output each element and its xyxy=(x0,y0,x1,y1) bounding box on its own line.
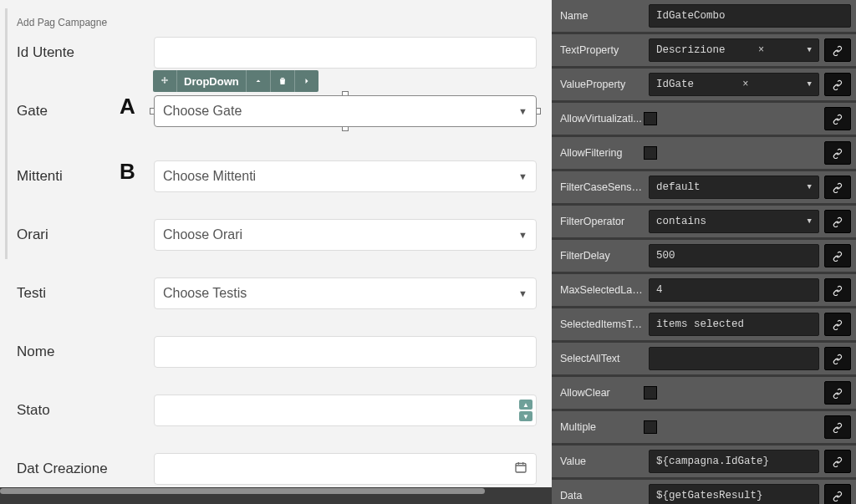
prop-value-value[interactable]: ${campagna.IdGate} xyxy=(649,450,819,473)
design-canvas: Add Pag Campagne Id Utente Gate A DropDo… xyxy=(0,0,552,490)
bind-button[interactable] xyxy=(824,450,851,473)
prop-label: MaxSelectedLab... xyxy=(560,284,644,296)
clear-icon[interactable]: × xyxy=(742,79,753,90)
chevron-down-icon[interactable]: ▼ xyxy=(802,46,812,54)
checkbox-multiple[interactable] xyxy=(644,420,657,434)
numeric-spinner[interactable]: ▲ ▼ xyxy=(519,399,532,422)
checkbox-allowclear[interactable] xyxy=(644,386,657,400)
caret-down-icon: ▼ xyxy=(518,230,527,240)
svg-rect-0 xyxy=(516,463,526,472)
properties-panel: Name IdGateCombo TextProperty Descrizion… xyxy=(552,0,856,504)
bind-button[interactable] xyxy=(824,141,851,165)
prop-filteroperator: FilterOperator contains ▼ xyxy=(552,206,856,237)
row-gate: Gate A DropDown xyxy=(15,95,537,127)
label-testi: Testi xyxy=(15,285,154,302)
bind-button[interactable] xyxy=(824,415,851,439)
prop-value-filterdelay[interactable]: 500 xyxy=(649,244,819,267)
bind-button[interactable] xyxy=(824,347,851,370)
row-idutente: Id Utente xyxy=(15,37,537,69)
dropdown-orari-placeholder: Choose Orari xyxy=(163,227,242,242)
dropdown-mittenti[interactable]: Choose Mittenti ▼ xyxy=(154,160,537,192)
prop-value-filtercase[interactable]: default ▼ xyxy=(649,176,819,199)
scrollbar-thumb[interactable] xyxy=(0,488,485,494)
checkbox-allowvirtualization[interactable] xyxy=(644,112,657,125)
label-orari: Orari xyxy=(15,227,154,243)
prop-value: Value ${campagna.IdGate} xyxy=(552,445,856,477)
spinner-down-icon[interactable]: ▼ xyxy=(519,411,532,421)
prop-value-selectalltext[interactable] xyxy=(649,347,819,370)
prop-selectalltext: SelectAllText xyxy=(552,343,856,374)
prop-label: Value xyxy=(560,456,644,467)
checkbox-allowfiltering[interactable] xyxy=(644,146,657,160)
bind-button[interactable] xyxy=(824,73,851,96)
caret-down-icon: ▼ xyxy=(518,171,527,181)
prop-label: SelectAllText xyxy=(560,353,644,364)
date-datcreazione[interactable] xyxy=(154,453,537,485)
row-nome: Nome xyxy=(15,336,537,368)
selection-type-label: DropDown xyxy=(177,70,247,92)
chevron-down-icon[interactable]: ▼ xyxy=(802,80,812,89)
prop-label: AllowFiltering xyxy=(560,147,644,159)
caret-down-icon: ▼ xyxy=(518,106,527,116)
marker-a: A xyxy=(120,94,135,120)
prop-allowvirtualization: AllowVirtualizati... xyxy=(552,103,856,135)
prop-value-textproperty[interactable]: Descrizione × ▼ xyxy=(649,38,819,62)
dropdown-testi-placeholder: Choose Testis xyxy=(163,286,247,301)
prop-label: TextProperty xyxy=(560,44,644,56)
bind-button[interactable] xyxy=(824,381,851,405)
prop-value-name[interactable]: IdGateCombo xyxy=(649,4,851,28)
dropdown-gate[interactable]: Choose Gate ▼ xyxy=(154,95,537,127)
canvas-side-indicator xyxy=(5,8,8,259)
prop-label: ValueProperty xyxy=(560,79,644,90)
prop-name: Name IdGateCombo xyxy=(552,0,856,32)
caret-down-icon: ▼ xyxy=(518,288,527,298)
prop-label: FilterDelay xyxy=(560,250,644,262)
bind-button[interactable] xyxy=(824,38,851,62)
move-icon[interactable] xyxy=(153,70,177,92)
prop-value-valueproperty[interactable]: IdGate × ▼ xyxy=(649,73,819,96)
prop-label: SelectedItemsText xyxy=(560,318,644,330)
label-idutente: Id Utente xyxy=(15,44,154,61)
prop-valueproperty: ValueProperty IdGate × ▼ xyxy=(552,69,856,100)
horizontal-scrollbar[interactable] xyxy=(0,487,552,496)
prop-filterdelay: FilterDelay 500 xyxy=(552,240,856,272)
prop-value-selecteditemstext[interactable]: items selected xyxy=(649,313,819,336)
trash-icon[interactable] xyxy=(271,70,295,92)
bind-button[interactable] xyxy=(824,210,851,233)
prop-label: Data xyxy=(560,490,644,501)
prop-allowfiltering: AllowFiltering xyxy=(552,137,856,169)
chevron-down-icon[interactable]: ▼ xyxy=(802,217,812,226)
row-datcreazione: Dat Creazione xyxy=(15,453,537,485)
prop-label: Name xyxy=(560,10,644,22)
row-stato: Stato ▲ ▼ xyxy=(15,395,537,426)
prop-value-filteroperator[interactable]: contains ▼ xyxy=(649,210,819,233)
clear-icon[interactable]: × xyxy=(758,44,769,56)
numeric-stato[interactable]: ▲ ▼ xyxy=(154,395,537,426)
prop-textproperty: TextProperty Descrizione × ▼ xyxy=(552,34,856,66)
input-nome[interactable] xyxy=(154,336,537,368)
chevron-right-icon[interactable] xyxy=(295,70,318,92)
chevron-up-icon[interactable] xyxy=(247,70,271,92)
prop-value-maxselected[interactable]: 4 xyxy=(649,278,819,302)
prop-value-data[interactable]: ${getGatesResult} xyxy=(649,484,819,504)
selected-component-wrap[interactable]: DropDown Choose Gate xyxy=(154,95,537,127)
calendar-icon[interactable] xyxy=(514,461,527,477)
chevron-down-icon[interactable]: ▼ xyxy=(802,183,812,191)
bind-button[interactable] xyxy=(824,244,851,267)
input-idutente[interactable] xyxy=(154,37,537,69)
spinner-up-icon[interactable]: ▲ xyxy=(519,400,532,410)
prop-label: FilterOperator xyxy=(560,216,644,227)
dropdown-orari[interactable]: Choose Orari ▼ xyxy=(154,219,537,251)
prop-label: AllowVirtualizati... xyxy=(560,113,644,125)
row-orari: Orari Choose Orari ▼ xyxy=(15,219,537,251)
bind-button[interactable] xyxy=(824,107,851,130)
bind-button[interactable] xyxy=(824,176,851,199)
dropdown-testi[interactable]: Choose Testis ▼ xyxy=(154,277,537,309)
prop-label: FilterCaseSensiti... xyxy=(560,181,644,193)
dropdown-mittenti-placeholder: Choose Mittenti xyxy=(163,169,256,184)
label-dat: Dat Creazione xyxy=(15,461,154,477)
bind-button[interactable] xyxy=(824,313,851,336)
bind-button[interactable] xyxy=(824,278,851,302)
bind-button[interactable] xyxy=(824,484,851,504)
selection-badge[interactable]: DropDown xyxy=(153,70,318,92)
